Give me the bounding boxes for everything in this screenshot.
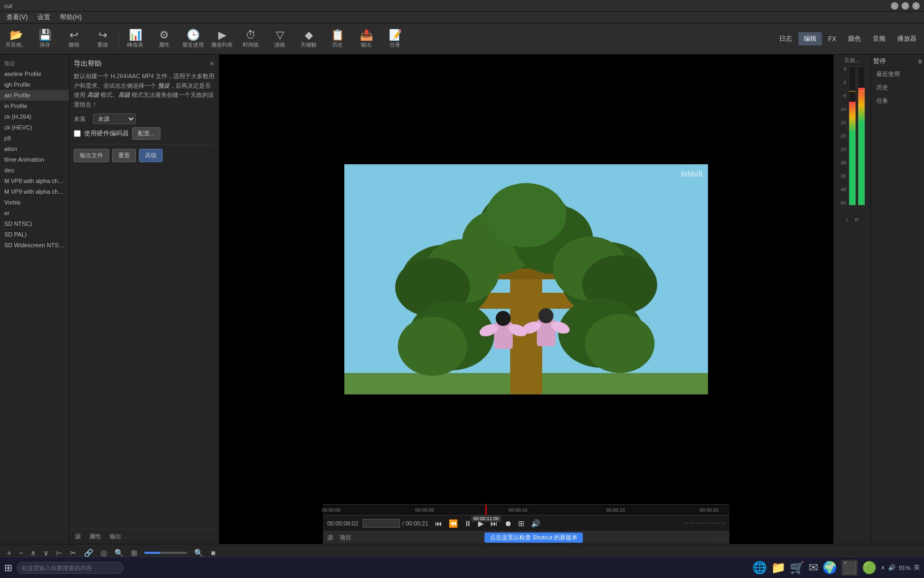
audio-fill-left	[849, 102, 856, 206]
windows-icon[interactable]: ⊞	[4, 562, 12, 574]
preset-item-vp8a[interactable]: M VP8 with alpha channel	[0, 176, 69, 186]
preset-item-deo[interactable]: deo	[0, 165, 69, 176]
props-icon: ⚙	[159, 29, 169, 40]
tool-timeline[interactable]: ⏱ 时间线	[237, 25, 265, 53]
taskbar-app-files[interactable]: 📁	[771, 561, 786, 575]
rtool-fx[interactable]: FX	[823, 33, 842, 45]
preset-item-hevc[interactable]: ck (HEVC)	[0, 122, 69, 133]
tool-peak[interactable]: 📊 峰值表	[121, 25, 149, 53]
tab-output[interactable]: 输出	[106, 531, 125, 542]
scene-svg	[344, 164, 708, 394]
taskbar-app-green[interactable]: 🟢	[862, 561, 876, 575]
audio-label-l: L	[844, 217, 851, 223]
app-title: cut	[4, 3, 12, 9]
grid-icon[interactable]: ≡	[918, 58, 922, 65]
notif-project[interactable]: 项目	[340, 534, 351, 542]
preset-item-main2[interactable]: in Profile	[0, 101, 69, 111]
tool-keyframe[interactable]: ◆ 关键帧	[295, 25, 322, 53]
tasks-tab[interactable]: 任务	[873, 95, 922, 107]
taskbar-app-browser[interactable]: 🌐	[752, 561, 767, 575]
recent-icon: 🕒	[187, 29, 200, 40]
tool-tasks[interactable]: 📝 任务	[381, 25, 409, 53]
marker-2: 00:00:10	[509, 507, 527, 513]
menu-view[interactable]: 查看(V)	[2, 12, 32, 23]
preset-item-vorbis[interactable]: Vorbis	[0, 197, 69, 208]
taskbar-app-earth[interactable]: 🌍	[822, 561, 837, 575]
zoom-slider[interactable]	[144, 552, 187, 554]
advanced-button[interactable]: 高级	[139, 149, 163, 162]
preset-item-vp9[interactable]: p9	[0, 133, 69, 143]
form-row-preset: 未落 未源	[74, 113, 214, 124]
taskbar-app-store[interactable]: 🛒	[790, 561, 804, 575]
tool-save[interactable]: 💾 保存	[31, 25, 59, 53]
taskbar-search[interactable]	[17, 562, 124, 574]
volume-button[interactable]: 🔊	[529, 518, 542, 529]
preset-item-ntsc[interactable]: SD NTSC)	[0, 218, 69, 229]
rtool-edit[interactable]: 编辑	[798, 32, 822, 45]
tool-props[interactable]: ⚙ 属性	[150, 25, 178, 53]
recent-tab[interactable]: 最近使用	[873, 68, 922, 80]
time-input[interactable]: 00:00:08:02	[363, 519, 400, 528]
export-help-title: 导出帮助	[74, 59, 102, 69]
output-file-button[interactable]: 输出文件	[74, 149, 109, 162]
scene-background: bilibili	[344, 164, 708, 394]
tool-output[interactable]: 📤 输出	[352, 25, 380, 53]
preset-item-main[interactable]: ain Profile	[0, 90, 69, 101]
tool-playlist[interactable]: ▶ 播放列表	[208, 25, 236, 53]
maximize-button[interactable]: □	[902, 2, 909, 10]
pause-label[interactable]: 暂停	[873, 57, 886, 66]
tray-network: ∧	[881, 564, 885, 571]
audio-scale: 3 0 -5 -10 -15 -20 -25 -30 -35 -40 -50	[839, 66, 847, 206]
reset-button[interactable]: 重置	[112, 149, 136, 162]
playhead[interactable]: 00:00:11:06	[486, 505, 487, 515]
rtool-player[interactable]: 播放器	[892, 32, 922, 45]
tab-props[interactable]: 属性	[86, 531, 104, 542]
export-help-close[interactable]: ✕	[209, 60, 214, 67]
menu-help[interactable]: 帮助(H)	[56, 12, 86, 23]
preset-item-vp9a[interactable]: M VP9 with alpha channel	[0, 186, 69, 197]
rewind-button[interactable]: ⏪	[446, 518, 460, 529]
record-button[interactable]: ⏺	[502, 518, 514, 529]
rtool-color[interactable]: 颜色	[843, 32, 866, 45]
progress-track[interactable]: 00:00:00 00:00:05 00:00:10 00:00:15 00:0…	[323, 505, 729, 515]
update-notification[interactable]: 点击这里以检查 Shotcut 的新版本	[484, 533, 583, 543]
preset-item-wide[interactable]: SD Widescreen NTSC)	[0, 240, 69, 250]
taskbar-app-dark[interactable]: ⬛	[841, 560, 858, 576]
tool-save-label: 保存	[40, 41, 50, 49]
tool-filter[interactable]: ▽ 滤镜	[266, 25, 294, 53]
tool-redo[interactable]: ↪ 重做	[89, 25, 117, 53]
minimize-button[interactable]: ─	[891, 2, 898, 10]
audio-bar-right	[858, 66, 865, 206]
tab-source[interactable]: 源	[72, 531, 84, 542]
presets-header: 预设	[0, 57, 69, 69]
notif-source[interactable]: 源	[327, 534, 333, 542]
preset-item-high[interactable]: igh Profile	[0, 79, 69, 90]
preset-item-baseline[interactable]: aseline Profile	[0, 69, 69, 79]
rtool-log[interactable]: 日志	[774, 32, 797, 45]
tool-playlist-label: 播放列表	[211, 41, 233, 49]
timeline-icon: ⏱	[245, 29, 256, 40]
hardware-encode-checkbox[interactable]	[74, 130, 81, 137]
history-tab[interactable]: 历史	[873, 81, 922, 94]
preset-select[interactable]: 未源	[93, 113, 136, 124]
tool-recent[interactable]: 🕒 最近使用	[179, 25, 207, 53]
tool-open-label: 开其他。	[5, 41, 27, 49]
tool-undo[interactable]: ↩ 撤销	[60, 25, 88, 53]
preset-item-er[interactable]: er	[0, 208, 69, 218]
preset-item-pal[interactable]: SD PAL)	[0, 229, 69, 240]
preset-item-animation[interactable]: ation	[0, 143, 69, 154]
taskbar-app-mail[interactable]: ✉	[808, 561, 818, 575]
preset-item-ltime[interactable]: ltime Animation	[0, 154, 69, 165]
menu-settings[interactable]: 设置	[33, 12, 55, 23]
tool-undo-label: 撤销	[68, 41, 79, 49]
skip-start-button[interactable]: ⏮	[433, 518, 444, 529]
preset-item-h264[interactable]: ck (H.264)	[0, 111, 69, 122]
rtool-audio[interactable]: 音频	[867, 32, 891, 45]
hardware-encode-row: 使用硬件编码器 配置...	[74, 127, 214, 140]
close-button[interactable]: ×	[912, 2, 920, 10]
grid-button[interactable]: ⊞	[516, 518, 527, 529]
tool-open[interactable]: 📂 开其他。	[2, 25, 30, 53]
config-button[interactable]: 配置...	[132, 127, 160, 140]
taskbar: ⊞ 🌐 📁 🛒 ✉ 🌍 ⬛ 🟢 ∧ 🔊 91% 英	[0, 557, 924, 578]
tool-history[interactable]: 📋 历史	[324, 25, 351, 53]
